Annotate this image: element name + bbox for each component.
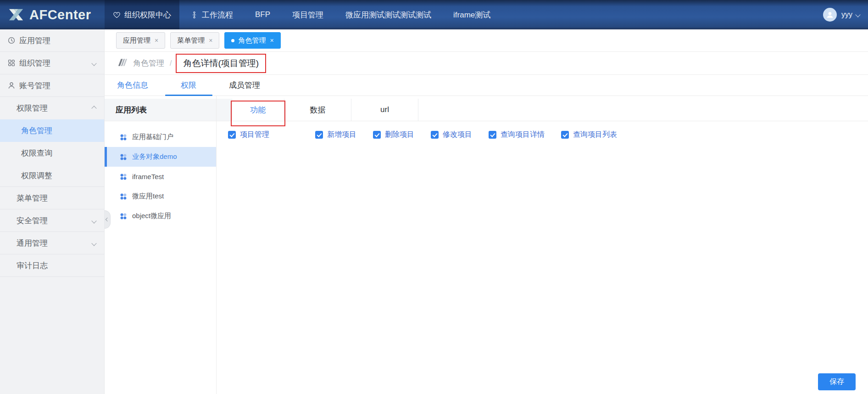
- sidebar-item-label: 组织管理: [19, 58, 50, 68]
- role-detail-tabs: 角色信息权限成员管理: [105, 75, 868, 96]
- app-list-item[interactable]: 业务对象demo: [105, 147, 216, 167]
- workspace-tab-label: 角色管理: [238, 36, 266, 45]
- perm-tab[interactable]: 功能: [232, 99, 284, 121]
- app-list-item-label: object微应用: [132, 212, 171, 220]
- detail-tab-label: 权限: [181, 80, 196, 90]
- checkbox[interactable]: [489, 131, 496, 139]
- permission-item[interactable]: 新增项目: [315, 130, 356, 140]
- detail-tab-label: 成员管理: [229, 80, 260, 90]
- checkbox[interactable]: [561, 131, 569, 139]
- nav-item[interactable]: 微应用测试测试测试测试: [334, 0, 442, 29]
- permission-label: 删除项目: [385, 130, 414, 140]
- nav-item[interactable]: 组织权限中心: [105, 0, 179, 29]
- avatar: [823, 8, 837, 22]
- permission-label: 修改项目: [443, 130, 472, 140]
- sidebar-item-label: 安全管理: [17, 215, 48, 226]
- workspace-tabs: 应用管理×菜单管理×角色管理×: [105, 29, 868, 52]
- sidebar-item[interactable]: 安全管理: [0, 209, 104, 232]
- breadcrumb-parent[interactable]: 角色管理: [133, 58, 164, 68]
- permission-item[interactable]: 查询项目列表: [561, 130, 617, 140]
- chevron-down-icon: [91, 61, 96, 66]
- sidebar: 应用管理组织管理账号管理权限管理角色管理权限查询权限调整菜单管理安全管理通用管理…: [0, 29, 105, 394]
- sidebar-item[interactable]: 角色管理: [0, 119, 104, 142]
- app-list-item-label: 业务对象demo: [132, 152, 177, 161]
- perm-tab-label: 数据: [310, 105, 326, 115]
- sidebar-item[interactable]: 权限管理: [0, 97, 104, 119]
- sidebar-item-label: 应用管理: [19, 35, 50, 46]
- app-list-title: 应用列表: [116, 105, 147, 115]
- app-grid-icon: [120, 134, 127, 141]
- sidebar-item-label: 账号管理: [19, 80, 50, 91]
- nav-item[interactable]: iframe测试: [442, 0, 501, 29]
- nav-item-label: 微应用测试测试测试测试: [345, 10, 431, 20]
- workspace-tab-label: 应用管理: [123, 36, 150, 45]
- permission-item[interactable]: 项目管理: [228, 130, 269, 140]
- sidebar-item[interactable]: 应用管理: [0, 29, 104, 52]
- sidebar-item[interactable]: 账号管理: [0, 74, 104, 97]
- checkbox[interactable]: [431, 131, 439, 139]
- app-logo: AFCenter: [0, 0, 105, 29]
- nav-item[interactable]: 项目管理: [281, 0, 334, 29]
- sidebar-item[interactable]: 权限调整: [0, 164, 104, 187]
- permission-label: 查询项目详情: [501, 130, 545, 140]
- app-list-item-label: iframeTest: [132, 173, 164, 180]
- app-grid-icon: [120, 154, 127, 160]
- detail-tab[interactable]: 权限: [161, 75, 217, 96]
- clock-icon: [6, 36, 17, 45]
- pane-divider: [216, 96, 217, 394]
- app-list-item[interactable]: object微应用: [105, 206, 216, 226]
- perm-tab-label: 功能: [250, 105, 266, 115]
- detail-tab-label: 角色信息: [117, 80, 148, 90]
- perm-tab[interactable]: url: [351, 99, 418, 121]
- permission-label: 项目管理: [240, 130, 269, 140]
- chevron-down-icon: [91, 241, 96, 246]
- panel-strip: 应用列表 功能数据url: [105, 99, 868, 121]
- workspace-tab[interactable]: 角色管理×: [224, 32, 280, 49]
- permission-pane: 应用列表 功能数据url 应用基础门户业务对象demoiframeTest微应用…: [105, 96, 868, 394]
- app-list-item[interactable]: iframeTest: [105, 167, 216, 186]
- sidebar-item[interactable]: 通用管理: [0, 232, 104, 254]
- workspace-tab-label: 菜单管理: [177, 36, 205, 45]
- close-icon[interactable]: ×: [270, 37, 273, 44]
- heart-icon: [113, 11, 121, 19]
- close-icon[interactable]: ×: [209, 37, 212, 44]
- workspace-tab[interactable]: 菜单管理×: [170, 32, 219, 49]
- app-list: 应用基础门户业务对象demoiframeTest微应用testobject微应用: [105, 127, 216, 226]
- chevron-down-icon: [91, 218, 96, 223]
- nav-item[interactable]: 工作流程: [179, 0, 244, 29]
- nav-item-label: iframe测试: [453, 10, 490, 20]
- annotation-box: 角色详情(项目管理): [176, 54, 266, 73]
- detail-tab[interactable]: 成员管理: [217, 75, 273, 96]
- user-menu[interactable]: yyy: [823, 0, 868, 29]
- close-icon[interactable]: ×: [155, 37, 158, 44]
- nav-item-label: 组织权限中心: [124, 10, 171, 20]
- sidebar-item-label: 权限管理: [17, 103, 48, 113]
- app-list-item[interactable]: 应用基础门户: [105, 127, 216, 147]
- user-name: yyy: [841, 11, 852, 19]
- app-list-item[interactable]: 微应用test: [105, 186, 216, 206]
- sidebar-item[interactable]: 组织管理: [0, 52, 104, 74]
- breadcrumb-separator: /: [170, 59, 172, 68]
- save-button[interactable]: 保存: [818, 373, 856, 390]
- sidebar-item[interactable]: 权限查询: [0, 142, 104, 164]
- checkbox[interactable]: [315, 131, 323, 139]
- checkbox[interactable]: [373, 131, 381, 139]
- sidebar-item[interactable]: 菜单管理: [0, 187, 104, 209]
- permission-item[interactable]: 查询项目详情: [489, 130, 545, 140]
- org-icon: [6, 59, 17, 67]
- permission-item[interactable]: 修改项目: [431, 130, 472, 140]
- permission-label: 查询项目列表: [573, 130, 617, 140]
- detail-tab[interactable]: 角色信息: [105, 75, 161, 96]
- nav-item[interactable]: BFP: [244, 0, 281, 29]
- permission-item[interactable]: 删除项目: [373, 130, 414, 140]
- permission-checkbox-row: 项目管理新增项目删除项目修改项目查询项目详情查询项目列表: [228, 130, 634, 140]
- checkbox[interactable]: [228, 131, 236, 139]
- sidebar-item[interactable]: 审计日志: [0, 254, 104, 277]
- app-list-item-label: 应用基础门户: [132, 133, 173, 141]
- workspace-tab[interactable]: 应用管理×: [116, 32, 165, 49]
- perm-tab-label: url: [380, 105, 389, 114]
- app-list-item-label: 微应用test: [132, 192, 164, 201]
- afcenter-logo-icon: [7, 7, 25, 23]
- user-icon: [6, 81, 17, 90]
- perm-tab[interactable]: 数据: [284, 99, 351, 121]
